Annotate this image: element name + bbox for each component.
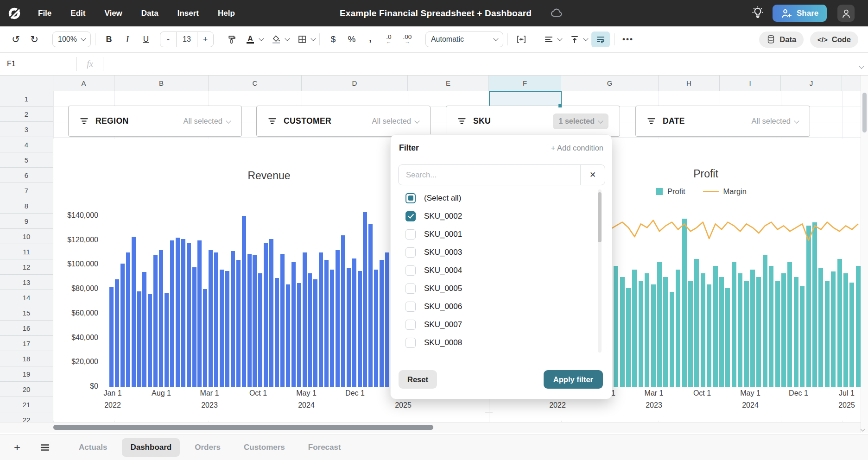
decrease-decimals-button[interactable]: .0← (380, 32, 398, 47)
horizontal-align-button[interactable] (539, 32, 558, 47)
text-color-button[interactable]: A (241, 32, 260, 47)
chevron-down-icon[interactable] (310, 36, 316, 41)
scroll-down-icon[interactable] (861, 424, 864, 433)
fill-color-button[interactable] (267, 32, 285, 47)
font-size-increase-button[interactable]: + (197, 32, 213, 47)
row-header-18[interactable]: 18 (0, 351, 53, 366)
underline-button[interactable]: U (137, 32, 155, 47)
redo-button[interactable]: ↻ (25, 32, 44, 47)
checkbox-unchecked[interactable] (405, 320, 416, 330)
close-icon[interactable]: ✕ (581, 170, 605, 180)
header-corner[interactable] (0, 75, 53, 91)
merge-cells-button[interactable] (512, 32, 531, 47)
checkbox-unchecked[interactable] (405, 265, 416, 276)
row-header-10[interactable]: 10 (0, 229, 53, 244)
currency-format-button[interactable]: $ (324, 32, 342, 47)
vertical-align-button[interactable] (565, 32, 584, 47)
selection-fill-handle[interactable] (558, 104, 562, 108)
row-header-16[interactable]: 16 (0, 321, 53, 336)
row-header-3[interactable]: 3 (0, 122, 53, 137)
horizontal-scrollbar-thumb[interactable] (53, 425, 433, 430)
comma-format-button[interactable]: , (361, 29, 380, 50)
column-header-I[interactable]: I (720, 75, 781, 91)
row-header-6[interactable]: 6 (0, 168, 53, 183)
row-header-8[interactable]: 8 (0, 198, 53, 214)
menu-item-data[interactable]: Data (141, 9, 158, 18)
filter-chip-value[interactable]: All selected (752, 117, 798, 126)
help-lightbulb-icon[interactable] (751, 6, 765, 20)
format-painter-button[interactable] (222, 32, 241, 47)
percent-format-button[interactable]: % (342, 32, 361, 47)
zoom-select[interactable]: 100% (52, 32, 91, 47)
add-condition-button[interactable]: + Add condition (551, 144, 603, 152)
tab-actuals[interactable]: Actuals (70, 438, 115, 457)
tab-forecast[interactable]: Forecast (300, 438, 349, 457)
tab-orders[interactable]: Orders (186, 438, 229, 457)
filter-option-sku_0004[interactable]: SKU_0004 (398, 261, 593, 279)
italic-button[interactable]: I (118, 32, 137, 47)
checkbox-unchecked[interactable] (405, 302, 416, 312)
filter-chip-customer[interactable]: CUSTOMERAll selected (256, 106, 431, 137)
row-header-9[interactable]: 9 (0, 214, 53, 229)
filter-option-sku_0008[interactable]: SKU_0008 (398, 334, 593, 352)
tab-customers[interactable]: Customers (235, 438, 293, 457)
row-header-20[interactable]: 20 (0, 382, 53, 397)
filter-chip-region[interactable]: REGIONAll selected (68, 106, 242, 137)
checkbox-unchecked[interactable] (405, 338, 416, 348)
filter-option-selectall[interactable]: (Select all) (398, 189, 593, 207)
column-header-H[interactable]: H (659, 75, 720, 91)
number-format-select[interactable]: Automatic (425, 32, 503, 47)
chevron-down-icon[interactable] (285, 36, 290, 41)
bold-button[interactable]: B (100, 32, 118, 47)
app-logo-icon[interactable] (7, 6, 21, 20)
sheet-list-menu-button[interactable] (40, 443, 50, 452)
filter-option-sku_0005[interactable]: SKU_0005 (398, 279, 593, 297)
filter-chip-value[interactable]: All selected (372, 117, 419, 126)
row-header-15[interactable]: 15 (0, 305, 53, 321)
filter-option-sku_0002[interactable]: SKU_0002 (398, 207, 593, 225)
checkbox-checked[interactable] (405, 211, 416, 221)
tab-dashboard[interactable]: Dashboard (122, 438, 180, 457)
filter-chip-sku[interactable]: SKU1 selected (446, 106, 620, 137)
row-header-19[interactable]: 19 (0, 366, 53, 382)
data-panel-button[interactable]: Data (759, 32, 804, 48)
add-sheet-button[interactable]: + (9, 441, 25, 454)
chevron-down-icon[interactable] (557, 36, 562, 41)
row-header-11[interactable]: 11 (0, 244, 53, 259)
menu-item-file[interactable]: File (38, 9, 51, 18)
cell-reference-box[interactable]: F1 (0, 60, 76, 68)
undo-button[interactable]: ↺ (6, 32, 25, 47)
column-header-F[interactable]: F (489, 75, 561, 91)
column-header-A[interactable]: A (53, 75, 114, 91)
menu-item-insert[interactable]: Insert (177, 9, 199, 18)
filter-chip-date[interactable]: DATEAll selected (635, 106, 810, 137)
menu-item-edit[interactable]: Edit (70, 9, 85, 18)
popup-scrollbar-thumb[interactable] (598, 192, 602, 242)
column-header-G[interactable]: G (561, 75, 659, 91)
font-size-value[interactable]: 13 (176, 32, 197, 47)
column-header-B[interactable]: B (114, 75, 209, 91)
filter-option-sku_0003[interactable]: SKU_0003 (398, 243, 593, 261)
row-header-21[interactable]: 21 (0, 397, 53, 412)
font-size-decrease-button[interactable]: - (160, 32, 176, 47)
filter-chip-selected-badge[interactable]: 1 selected (553, 113, 608, 129)
borders-button[interactable] (293, 32, 311, 47)
text-wrap-button[interactable] (591, 32, 610, 47)
menu-item-view[interactable]: View (104, 9, 122, 18)
horizontal-scrollbar[interactable] (0, 422, 861, 433)
share-button[interactable]: Share (773, 5, 827, 22)
selected-cell-F1[interactable] (489, 91, 562, 107)
column-header-E[interactable]: E (408, 75, 489, 91)
more-tools-button[interactable]: ••• (619, 32, 637, 47)
filter-chip-value[interactable]: All selected (184, 117, 230, 126)
column-header-D[interactable]: D (302, 75, 408, 91)
chevron-down-icon[interactable] (583, 36, 588, 41)
filter-search-input[interactable] (405, 170, 580, 180)
filter-option-sku_0007[interactable]: SKU_0007 (398, 315, 593, 334)
apply-filter-button[interactable]: Apply filter (544, 370, 603, 389)
column-header-J[interactable]: J (781, 75, 842, 91)
checkbox-unchecked[interactable] (405, 284, 416, 294)
code-panel-button[interactable]: </> Code (810, 32, 858, 48)
row-header-13[interactable]: 13 (0, 275, 53, 290)
filter-option-sku_0001[interactable]: SKU_0001 (398, 225, 593, 243)
